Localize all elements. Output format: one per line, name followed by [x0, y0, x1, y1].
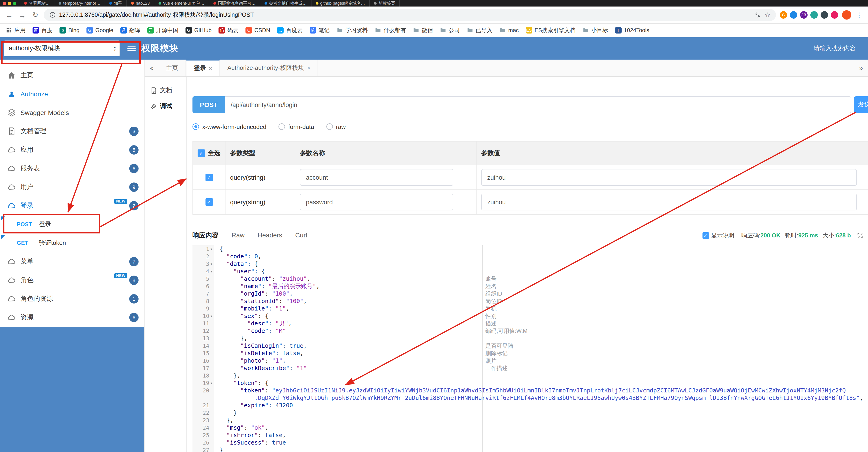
bookmark-item[interactable]: 公司 — [440, 26, 460, 34]
bookmark-item[interactable]: 云百度云 — [277, 26, 303, 34]
sidebar-endpoint-post[interactable]: POST登录 — [0, 215, 144, 234]
bookmark-item[interactable]: 开开源中国 — [147, 26, 178, 34]
bookmark-item[interactable]: GGoogle — [87, 27, 113, 33]
browser-tab[interactable]: hao123 — [127, 0, 154, 6]
minimize-window-icon[interactable] — [8, 2, 11, 5]
fold-caret-icon[interactable]: ▾ — [210, 312, 213, 320]
sidebar-item[interactable]: 文档管理3 — [0, 122, 144, 141]
extension-icon[interactable] — [820, 11, 828, 19]
bookmark-item[interactable]: 已导入 — [467, 26, 492, 34]
side-tab-doc[interactable]: 文档 — [145, 82, 186, 98]
browser-tab[interactable]: temporary-interior… — [54, 0, 105, 6]
param-name-input[interactable] — [300, 194, 453, 210]
sidebar-item[interactable]: 角色的资源1 — [0, 289, 144, 308]
sidebar-item[interactable]: 应用5 — [0, 141, 144, 159]
browser-tab[interactable]: 参考文献自动生成… — [260, 0, 311, 6]
response-editor[interactable]: 1▾{2 "code": 0,3▾ "data": {4▾ "user": {5… — [192, 245, 868, 452]
bookmark-item[interactable]: 译翻译 — [120, 26, 140, 34]
content-type-option[interactable]: form-data — [278, 123, 314, 130]
show-desc-checkbox[interactable]: ✓ — [702, 232, 709, 239]
maximize-window-icon[interactable] — [13, 2, 16, 5]
content-tab[interactable]: Authorize-authority-权限模块× — [220, 60, 318, 76]
param-name-input[interactable] — [300, 169, 453, 186]
bookmark-item[interactable]: ESES搜索引擎文档 — [526, 26, 576, 34]
browser-tab[interactable]: 国际物流查询平台… — [209, 0, 260, 6]
response-tab[interactable]: Curl — [295, 231, 307, 240]
sidebar-item[interactable]: 登录NEW2 — [0, 196, 144, 215]
extension-icon[interactable] — [831, 11, 838, 19]
content-tab[interactable]: 主页 — [158, 60, 186, 76]
window-controls[interactable] — [3, 2, 16, 5]
bookmark-item[interactable]: 码码云 — [218, 26, 239, 34]
content-type-option[interactable]: x-www-form-urlencoded — [192, 123, 267, 130]
menu-toggle-icon[interactable] — [127, 44, 136, 53]
tabs-scroll-right-icon[interactable]: » — [854, 64, 868, 72]
bookmark-item[interactable]: 微信 — [413, 26, 433, 34]
bookmark-item[interactable]: 什么都有 — [375, 26, 406, 34]
bookmark-item[interactable]: 百百度 — [33, 26, 53, 34]
browser-tab[interactable]: 知乎 — [105, 0, 127, 6]
side-tab-debug[interactable]: 调试 — [145, 98, 186, 114]
forward-icon[interactable]: → — [18, 11, 27, 19]
tab-close-icon[interactable]: × — [209, 65, 212, 72]
send-button[interactable]: 发送 — [854, 96, 868, 113]
fold-caret-icon[interactable]: ▾ — [210, 245, 213, 253]
sidebar-endpoint-get[interactable]: GET验证token — [0, 234, 144, 252]
fold-caret-icon[interactable]: ▾ — [210, 379, 213, 387]
content-tab[interactable]: 登录× — [186, 60, 220, 76]
close-window-icon[interactable] — [3, 2, 6, 5]
sidebar-item[interactable]: 主页 — [0, 66, 144, 85]
bookmark-item[interactable]: GGitHub — [185, 27, 212, 33]
param-value-input[interactable] — [481, 194, 857, 210]
select-all-checkbox[interactable]: ✓ — [197, 149, 205, 157]
translate-icon[interactable] — [754, 11, 761, 19]
expand-icon[interactable] — [857, 232, 863, 239]
sidebar-item[interactable]: 资源6 — [0, 308, 144, 327]
bookmark-item[interactable]: 学习资料 — [337, 26, 368, 34]
extension-icon[interactable]: G — [780, 11, 787, 19]
tab-close-icon[interactable]: × — [307, 65, 310, 71]
fold-caret-icon[interactable]: ▾ — [210, 260, 213, 268]
bookmark-item[interactable]: 笔笔记 — [310, 26, 330, 34]
browser-tab-strip: 查看网站…temporary-interior…知乎hao123vue elem… — [0, 0, 868, 6]
checkbox-checked-icon[interactable]: ✓ — [205, 198, 213, 206]
bookmark-item[interactable]: CCSDN — [246, 27, 270, 33]
response-tab[interactable]: Raw — [231, 231, 245, 240]
extension-icon[interactable] — [810, 11, 818, 19]
request-path-input[interactable] — [225, 96, 851, 113]
bookmark-item[interactable]: bBing — [60, 27, 80, 33]
star-icon[interactable]: ☆ — [765, 11, 770, 19]
sidebar-item[interactable]: 服务表6 — [0, 159, 144, 178]
browser-tab[interactable]: 新标签页 — [370, 0, 400, 6]
header-search-input[interactable]: 请输入搜索内容 — [814, 44, 864, 53]
back-icon[interactable]: ← — [5, 11, 14, 19]
bookmark-item[interactable]: mac — [499, 27, 519, 33]
refresh-icon[interactable]: ↻ — [31, 11, 40, 19]
info-icon[interactable] — [49, 12, 56, 18]
fold-caret-icon[interactable]: ▾ — [210, 268, 213, 275]
response-tab[interactable]: 响应内容 — [192, 231, 218, 240]
param-value-input[interactable] — [481, 169, 857, 186]
sidebar-item[interactable]: Authorize — [0, 85, 144, 103]
tabs-scroll-left-icon[interactable]: « — [145, 64, 158, 72]
response-tab[interactable]: Headers — [257, 231, 282, 240]
bookmark-item[interactable]: 应用 — [6, 26, 26, 34]
bookmark-item[interactable]: T1024Tools — [615, 27, 649, 33]
sidebar-item[interactable]: 角色NEW8 — [0, 271, 144, 289]
browser-tab[interactable]: vue element-ui 表单… — [154, 0, 209, 6]
bookmark-item[interactable]: 小目标 — [583, 26, 608, 34]
url-bar[interactable]: 127.0.0.1:8760/api/gate/doc.html#/author… — [44, 9, 776, 21]
browser-menu-icon[interactable]: ⋮ — [855, 11, 863, 19]
browser-tab[interactable]: 查看网站… — [20, 0, 54, 6]
extension-icon[interactable] — [790, 11, 797, 19]
sidebar-item[interactable]: 菜单7 — [0, 252, 144, 271]
response-meta-label: 大小: — [823, 232, 836, 239]
sidebar-item[interactable]: 用户9 — [0, 178, 144, 196]
content-type-option[interactable]: raw — [326, 123, 346, 130]
extension-icon[interactable]: JB — [800, 11, 808, 19]
sidebar-item[interactable]: Swagger Models — [0, 103, 144, 122]
checkbox-checked-icon[interactable]: ✓ — [205, 174, 213, 181]
module-select[interactable]: authority-权限模块 ▴▾ — [4, 40, 120, 56]
profile-avatar[interactable] — [842, 10, 851, 20]
browser-tab[interactable]: github pages绑定域名… — [311, 0, 370, 6]
